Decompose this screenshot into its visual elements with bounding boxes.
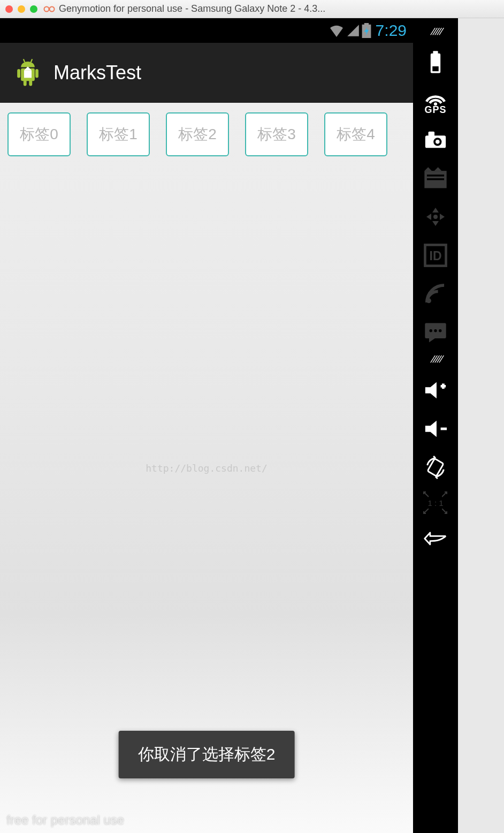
window-title: Genymotion for personal use - Samsung Ga… bbox=[59, 3, 325, 14]
svg-point-26 bbox=[426, 298, 431, 303]
svg-rect-17 bbox=[429, 132, 435, 137]
svg-rect-21 bbox=[427, 175, 444, 176]
close-button[interactable] bbox=[5, 5, 13, 13]
toast-message: 你取消了选择标签2 bbox=[119, 731, 295, 778]
svg-text:ID: ID bbox=[430, 249, 442, 263]
pixel-perfect-icon[interactable]: 1 : 1 bbox=[423, 491, 448, 514]
svg-rect-11 bbox=[24, 70, 32, 78]
svg-line-10 bbox=[31, 59, 32, 62]
svg-rect-5 bbox=[17, 69, 20, 78]
tag-chip-4[interactable]: 标签4 bbox=[324, 112, 387, 156]
genymotion-sidebar: / / / / / GPS ID / / / / / bbox=[413, 18, 458, 833]
gps-label: GPS bbox=[424, 104, 446, 116]
svg-rect-22 bbox=[427, 178, 444, 180]
android-status-bar: 7:29 bbox=[0, 18, 413, 43]
svg-rect-13 bbox=[433, 51, 438, 54]
tag-row[interactable]: 标签0 标签1 标签2 标签3 标签4 bbox=[0, 103, 413, 156]
battery-charging-icon bbox=[362, 23, 371, 38]
svg-point-30 bbox=[439, 329, 441, 332]
maximize-button[interactable] bbox=[30, 5, 37, 13]
camera-icon[interactable] bbox=[421, 125, 450, 154]
svg-point-29 bbox=[434, 329, 437, 332]
svg-point-23 bbox=[433, 215, 438, 219]
mac-titlebar: Genymotion for personal use - Samsung Ga… bbox=[0, 0, 504, 18]
dpad-icon[interactable] bbox=[421, 202, 450, 231]
volume-up-icon[interactable] bbox=[421, 376, 450, 405]
tag-chip-0[interactable]: 标签0 bbox=[7, 112, 71, 156]
one-to-one-label: 1 : 1 bbox=[427, 498, 443, 508]
sms-icon[interactable] bbox=[421, 318, 450, 347]
svg-rect-7 bbox=[24, 80, 27, 86]
device-screen: 7:29 MarksTest bbox=[0, 18, 413, 833]
svg-point-19 bbox=[436, 140, 440, 144]
svg-rect-6 bbox=[35, 69, 39, 78]
free-use-label: free for personal use bbox=[6, 813, 124, 828]
svg-point-0 bbox=[44, 6, 49, 11]
app-action-bar: MarksTest bbox=[0, 43, 413, 103]
divider-icon: / / / / / bbox=[429, 29, 442, 39]
gps-icon[interactable]: GPS bbox=[421, 87, 450, 116]
genymotion-icon bbox=[43, 5, 56, 13]
svg-rect-3 bbox=[364, 23, 368, 25]
rotate-icon[interactable] bbox=[421, 453, 450, 482]
battery-icon[interactable] bbox=[421, 48, 450, 77]
signal-icon bbox=[347, 24, 360, 37]
tag-chip-3[interactable]: 标签3 bbox=[245, 112, 308, 156]
app-content: 标签0 标签1 标签2 标签3 标签4 http://blog.csdn.net… bbox=[0, 103, 413, 833]
tag-label: 标签3 bbox=[257, 124, 296, 145]
back-icon[interactable] bbox=[421, 524, 450, 553]
tag-chip-1[interactable]: 标签1 bbox=[87, 112, 150, 156]
screenshot-icon[interactable] bbox=[421, 164, 450, 193]
svg-point-28 bbox=[430, 329, 432, 332]
tag-label: 标签4 bbox=[337, 124, 375, 145]
tag-chip-2[interactable]: 标签2 bbox=[166, 112, 229, 156]
network-icon[interactable] bbox=[421, 279, 450, 308]
watermark-text: http://blog.csdn.net/ bbox=[146, 463, 268, 474]
minimize-button[interactable] bbox=[18, 5, 25, 13]
svg-point-1 bbox=[50, 6, 55, 11]
android-app-icon bbox=[13, 58, 43, 88]
app-title: MarksTest bbox=[54, 62, 141, 84]
tag-label: 标签1 bbox=[99, 124, 138, 145]
tag-label: 标签0 bbox=[20, 124, 58, 145]
divider-icon: / / / / / bbox=[429, 357, 442, 366]
tag-label: 标签2 bbox=[178, 124, 217, 145]
mac-window-controls bbox=[5, 5, 37, 13]
id-icon[interactable]: ID bbox=[421, 241, 450, 270]
svg-line-9 bbox=[24, 59, 25, 62]
volume-down-icon[interactable] bbox=[421, 414, 450, 443]
status-time: 7:29 bbox=[376, 21, 407, 40]
svg-rect-14 bbox=[432, 66, 439, 71]
wifi-icon bbox=[329, 24, 345, 37]
svg-rect-8 bbox=[29, 80, 32, 86]
